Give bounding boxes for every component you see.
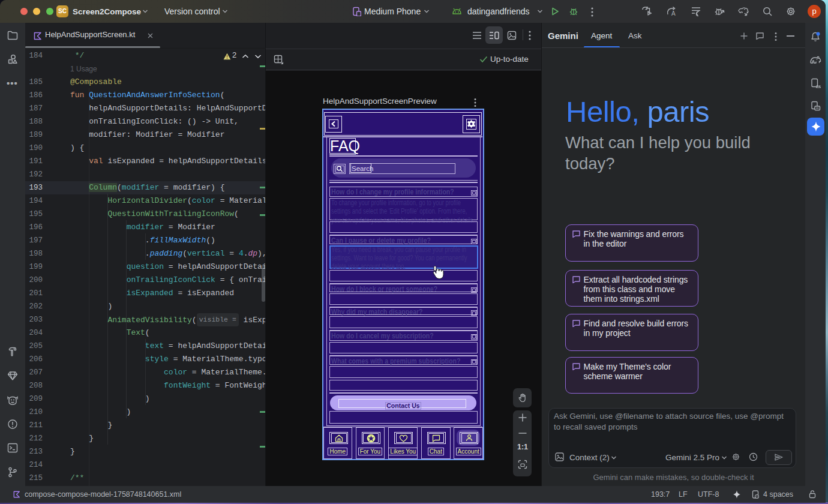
svg-text:A: A — [671, 10, 676, 17]
